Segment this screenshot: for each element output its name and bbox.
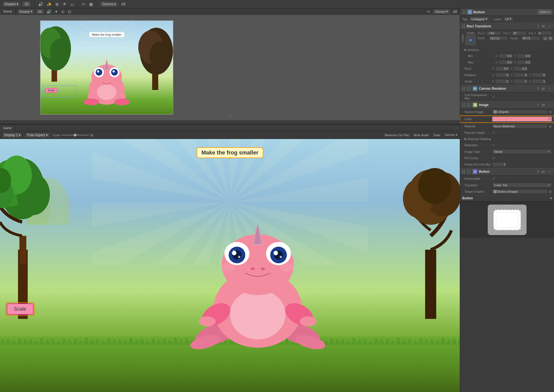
- scene-audio-btn[interactable]: 🔊: [45, 9, 52, 15]
- canvas-renderer-enable[interactable]: [467, 87, 471, 91]
- btn-reset-btn[interactable]: ⇄: [541, 170, 545, 174]
- btn-help-btn[interactable]: ?: [537, 170, 540, 174]
- image-enable[interactable]: [467, 103, 471, 107]
- grid-button[interactable]: ⚏: [69, 1, 75, 7]
- display-dropdown[interactable]: Display 1 ▾: [2, 132, 22, 138]
- width-input[interactable]: 313.12: [489, 36, 508, 40]
- img-reset-btn[interactable]: ⇄: [541, 103, 545, 107]
- material-select-btn[interactable]: ⊙: [549, 124, 552, 128]
- component-enable-checkbox[interactable]: [462, 10, 466, 14]
- constrain-btn[interactable]: ⊿: [543, 36, 548, 40]
- raycast-padding-collapse[interactable]: ▶: [464, 137, 468, 141]
- shading-dropdown[interactable]: Shaded ▾: [2, 1, 20, 7]
- rect-transform-section-header[interactable]: Rect Transform ? ⇄ ⋮: [460, 22, 554, 30]
- game-menu-btn[interactable]: ⋯: [452, 125, 460, 130]
- scene-settings-btn[interactable]: ✂: [426, 9, 432, 15]
- transition-dropdown[interactable]: Color Tint ▾: [492, 183, 552, 187]
- image-type-dropdown[interactable]: Sliced ▾: [492, 149, 552, 154]
- scale-z[interactable]: 1: [532, 79, 546, 84]
- anchors-collapse[interactable]: ▶: [464, 48, 468, 51]
- anchor-min-y[interactable]: 0.5: [517, 54, 531, 58]
- target-graphic-field[interactable]: Button (Image): [492, 189, 548, 194]
- scale-slider[interactable]: [61, 135, 89, 136]
- raycast-target-checkbox[interactable]: ✓: [492, 130, 496, 135]
- layers-button[interactable]: ▦: [88, 1, 94, 7]
- pivot-y[interactable]: 0.5: [514, 66, 528, 71]
- cr-help-btn[interactable]: ?: [537, 87, 540, 91]
- fill-center-checkbox[interactable]: ✓: [492, 156, 496, 160]
- layer-dropdown[interactable]: UI ▾: [504, 17, 513, 21]
- rect-reset-btn[interactable]: ⇄: [541, 24, 545, 28]
- rect-menu-btn[interactable]: ⋮: [547, 24, 552, 28]
- scene-tab[interactable]: Scene: [0, 8, 16, 15]
- rot-y[interactable]: 0: [514, 73, 528, 77]
- posx-input[interactable]: -744: [487, 31, 501, 35]
- canvas-renderer-section-header[interactable]: ⊞ Canvas Renderer ? ⇄ ⋮: [460, 85, 554, 92]
- button-section-header[interactable]: ⊡ Button ? ⇄ ⋮: [460, 168, 554, 176]
- anchor-max-x[interactable]: 0.5: [499, 60, 513, 65]
- scene-grid-btn[interactable]: ⊡: [67, 9, 72, 15]
- all-button[interactable]: All: [120, 1, 127, 7]
- anchor-min-x[interactable]: 0.5: [499, 54, 513, 58]
- button-collapse-arrow[interactable]: ▾: [550, 196, 552, 200]
- btn-menu-btn[interactable]: ⋮: [547, 170, 552, 174]
- canvas-renderer-props: Cull Transparent Mes ✓: [460, 92, 554, 101]
- audio-button[interactable]: 🔊: [37, 1, 44, 7]
- posy-input[interactable]: 87: [512, 31, 527, 35]
- mute-btn[interactable]: Mute Audio: [414, 133, 429, 137]
- height-input[interactable]: 58.71: [521, 36, 540, 40]
- scene-2d-btn[interactable]: 2D: [35, 9, 44, 14]
- posz-input[interactable]: 0: [537, 31, 552, 35]
- scale-x[interactable]: 1: [495, 79, 510, 84]
- 2d-button[interactable]: 2D: [22, 1, 31, 7]
- interactable-checkbox[interactable]: ✓: [492, 176, 496, 181]
- tag-dropdown[interactable]: Untagged ▾: [469, 17, 489, 21]
- cull-checkbox[interactable]: ✓: [492, 94, 496, 99]
- r-btn[interactable]: R: [548, 36, 553, 40]
- maskable-checkbox[interactable]: ✓: [492, 143, 496, 147]
- color-swatch[interactable]: ✎: [492, 117, 552, 122]
- cr-menu-btn[interactable]: ⋮: [547, 87, 552, 91]
- pivot-box[interactable]: [466, 35, 476, 45]
- image-section-header[interactable]: 🖼 Image ? ⇄ ⋮: [460, 101, 554, 109]
- source-image-select-btn[interactable]: ⊙: [549, 110, 552, 114]
- stats-btn[interactable]: Stats: [433, 133, 440, 137]
- scale-y[interactable]: 1: [514, 79, 528, 84]
- settings-button[interactable]: ✂: [81, 1, 86, 7]
- anchors-max-row: Max X 0.5 Y 0.5: [460, 59, 554, 66]
- static-badge[interactable]: Static ▾: [538, 10, 552, 14]
- posz-label: Pos Z: [529, 32, 537, 35]
- scale-button-game[interactable]: Scale: [7, 303, 34, 315]
- material-field[interactable]: None (Material): [492, 124, 548, 128]
- scale-slider-container: Scale 1x: [52, 133, 93, 137]
- effects-button[interactable]: ✨: [46, 1, 53, 7]
- game-gizmos-btn[interactable]: Gizmos ▾: [445, 133, 458, 137]
- overlay-button[interactable]: ⊞: [54, 1, 60, 7]
- rect-help-btn[interactable]: ?: [537, 24, 540, 28]
- pivot-x[interactable]: 0.5: [495, 66, 510, 71]
- img-menu-btn[interactable]: ⋮: [547, 103, 552, 107]
- button-enable[interactable]: [467, 170, 471, 174]
- button-props: Interactable ✓ Transition Color Tint ▾ T…: [460, 176, 554, 195]
- rot-z[interactable]: 0: [532, 73, 546, 77]
- scene-shading-dropdown[interactable]: Shaded ▾: [17, 9, 34, 14]
- aspect-dropdown[interactable]: Free Aspect ▾: [25, 132, 50, 138]
- source-image-field[interactable]: UISprite: [492, 110, 548, 114]
- img-help-btn[interactable]: ?: [537, 103, 540, 107]
- target-graphic-select-btn[interactable]: ⊙: [549, 190, 552, 194]
- scene-fx-btn[interactable]: ✦: [53, 9, 59, 15]
- toolbar-divider-3: [97, 1, 97, 7]
- gizmos-button[interactable]: Gizmos ▾: [100, 1, 119, 7]
- scene-camera-btn[interactable]: ⊙: [60, 9, 66, 15]
- game-tab[interactable]: Game: [0, 125, 15, 131]
- svg-point-58: [251, 267, 255, 270]
- rot-x[interactable]: 0: [495, 73, 510, 77]
- pixels-per-unit-input[interactable]: 1: [492, 162, 507, 167]
- maximize-btn[interactable]: Maximize On Play: [385, 133, 409, 137]
- cr-reset-btn[interactable]: ⇄: [541, 87, 545, 91]
- component-name-label: Button: [473, 10, 537, 14]
- scene-all-btn[interactable]: All: [451, 9, 458, 15]
- hidden-button[interactable]: 👁: [62, 1, 68, 7]
- scene-gizmos-btn[interactable]: Gizmos ▾: [433, 9, 450, 14]
- anchor-max-y[interactable]: 0.5: [517, 60, 531, 65]
